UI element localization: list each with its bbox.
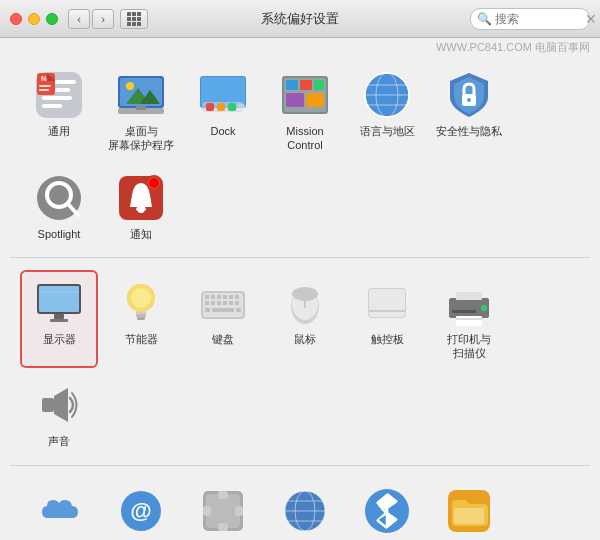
section-personal: N ew 通用 桌面与屏幕保护程序 [10,54,590,258]
window-title: 系统偏好设置 [261,10,339,28]
sharing-icon [444,486,494,536]
svg-rect-64 [211,295,215,299]
extensions-icon [198,486,248,536]
svg-point-40 [467,98,471,102]
grid-button[interactable] [120,9,148,29]
item-desktop[interactable]: 桌面与屏幕保护程序 [102,62,180,161]
traffic-lights [10,13,58,25]
maximize-button[interactable] [46,13,58,25]
energy-icon [116,278,166,328]
svg-rect-15 [136,106,146,110]
item-display[interactable]: 显示器 [20,270,98,369]
dock-icon [198,70,248,120]
printer-label: 打印机与扫描仪 [447,332,491,361]
spotlight-icon [34,173,84,223]
item-energy[interactable]: 节能器 [102,270,180,369]
svg-rect-69 [205,301,209,305]
search-input[interactable] [495,12,585,26]
svg-rect-88 [456,316,482,326]
mouse-icon [280,278,330,328]
svg-point-81 [292,287,318,301]
svg-rect-31 [306,93,324,107]
item-dock[interactable]: Dock [184,62,262,161]
item-mission[interactable]: MissionControl [266,62,344,161]
item-notification[interactable]: 通知 [102,165,180,249]
svg-rect-20 [206,103,214,111]
item-sound[interactable]: 声音 [20,372,98,456]
svg-marker-93 [54,388,68,422]
svg-text:@: @ [130,498,151,523]
section-hardware: 显示器 节能器 [10,262,590,466]
svg-rect-91 [452,310,476,313]
dock-label: Dock [210,124,235,138]
item-trackpad[interactable]: 触控板 [348,270,426,369]
item-spotlight[interactable]: Spotlight [20,165,98,249]
language-label: 语言与地区 [360,124,415,138]
search-icon: 🔍 [477,12,492,26]
svg-rect-66 [223,295,227,299]
item-icloud[interactable]: iCloud [20,478,98,540]
trackpad-label: 触控板 [371,332,404,346]
close-button[interactable] [10,13,22,25]
svg-rect-77 [236,308,241,312]
svg-rect-68 [235,295,239,299]
svg-rect-58 [137,317,145,320]
printer-icon [444,278,494,328]
item-keyboard[interactable]: 键盘 [184,270,262,369]
item-bluetooth[interactable]: 蓝牙 [348,478,426,540]
item-extensions[interactable]: 扩展 [184,478,262,540]
back-button[interactable]: ‹ [68,9,90,29]
svg-rect-75 [212,308,234,312]
trackpad-icon [362,278,412,328]
svg-rect-74 [235,301,239,305]
item-general[interactable]: N ew 通用 [20,62,98,161]
svg-rect-6 [39,85,51,87]
desktop-label: 桌面与屏幕保护程序 [108,124,174,153]
icloud-icon [34,486,84,536]
item-mouse[interactable]: 鼠标 [266,270,344,369]
search-box[interactable]: 🔍 ✕ [470,8,590,30]
mission-label: MissionControl [286,124,323,153]
svg-rect-54 [50,319,68,322]
item-security[interactable]: 安全性与隐私 [430,62,508,161]
security-label: 安全性与隐私 [436,124,502,138]
svg-point-16 [126,82,134,90]
svg-rect-67 [229,295,233,299]
svg-rect-57 [136,314,146,317]
svg-rect-92 [42,398,54,412]
nav-buttons: ‹ › [68,9,148,29]
keyboard-icon [198,278,248,328]
svg-rect-101 [235,506,243,516]
svg-rect-73 [229,301,233,305]
language-icon [362,70,412,120]
item-sharing[interactable]: 共享 [430,478,508,540]
search-clear-button[interactable]: ✕ [585,11,597,27]
sound-label: 声音 [48,434,70,448]
content-area: N ew 通用 桌面与屏幕保护程序 [0,38,600,540]
security-icon [444,70,494,120]
internet-icon: @ [116,486,166,536]
svg-rect-22 [228,103,236,111]
item-internet[interactable]: @ 互联网帐户 [102,478,180,540]
mouse-label: 鼠标 [294,332,316,346]
svg-rect-98 [218,491,228,499]
energy-label: 节能器 [125,332,158,346]
svg-rect-63 [205,295,209,299]
svg-text:ew: ew [41,76,48,82]
item-language[interactable]: 语言与地区 [348,62,426,161]
section-internet: iCloud @ 互联网帐户 [10,470,590,540]
svg-point-90 [481,305,487,311]
svg-point-46 [149,178,159,188]
notification-label: 通知 [130,227,152,241]
titlebar: ‹ › 系统偏好设置 🔍 ✕ [0,0,600,38]
forward-button[interactable]: › [92,9,114,29]
svg-rect-83 [369,289,405,317]
item-printer[interactable]: 打印机与扫描仪 [430,270,508,369]
svg-point-48 [138,209,144,213]
svg-rect-21 [217,103,225,111]
notification-icon [116,173,166,223]
svg-rect-4 [42,104,62,108]
item-network[interactable]: 网络 [266,478,344,540]
svg-rect-27 [286,80,298,90]
minimize-button[interactable] [28,13,40,25]
